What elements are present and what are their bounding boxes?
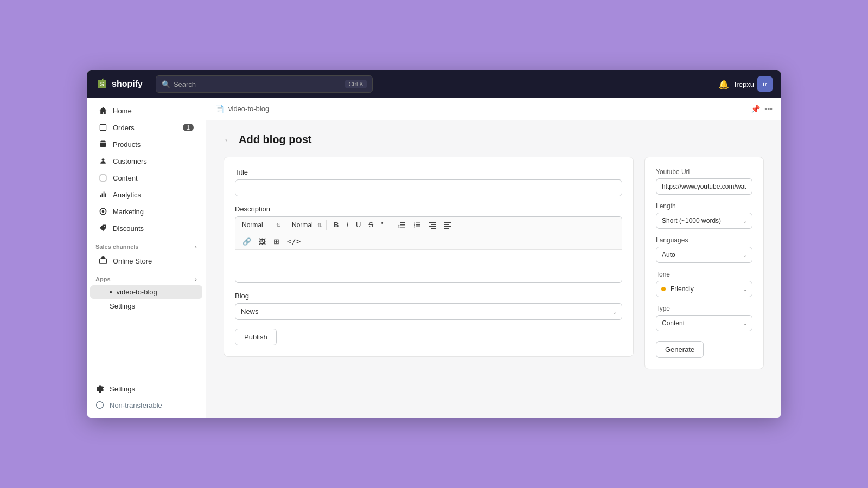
type-label: Type xyxy=(656,305,752,312)
sidebar-item-video-to-blog[interactable]: ▪ video-to-blog xyxy=(90,285,202,299)
sidebar-label-app-settings: Settings xyxy=(110,302,135,310)
title-input[interactable] xyxy=(235,179,622,196)
type-select[interactable]: Content Summary Tutorial xyxy=(656,315,752,331)
sidebar-item-online-store[interactable]: Online Store xyxy=(90,253,202,269)
sidebar: Home Orders 1 Products Customers xyxy=(87,98,206,418)
apps-expand-icon[interactable]: › xyxy=(195,276,197,282)
sidebar-item-orders[interactable]: Orders 1 xyxy=(90,119,202,136)
svg-point-15 xyxy=(414,224,415,226)
breadcrumb-icon: 📄 xyxy=(215,105,224,113)
svg-rect-19 xyxy=(429,222,436,223)
svg-rect-16 xyxy=(416,224,420,226)
tone-select[interactable]: Friendly Professional Casual Formal xyxy=(656,281,752,297)
languages-label: Languages xyxy=(656,236,752,244)
rte-ol-button[interactable]: 1.2.3. xyxy=(395,220,409,230)
more-actions-icon[interactable]: ••• xyxy=(764,105,773,113)
logo[interactable]: S shopify xyxy=(95,78,143,91)
publish-button[interactable]: Publish xyxy=(235,329,277,345)
sidebar-item-marketing[interactable]: Marketing xyxy=(90,203,202,220)
svg-rect-20 xyxy=(431,224,436,225)
rte-underline-button[interactable]: U xyxy=(353,219,363,230)
sidebar-footer: Settings Non-transferable xyxy=(87,376,206,418)
top-navigation: S shopify 🔍 Search Ctrl K 🔔 Irepxu ir xyxy=(87,70,781,98)
apps-section: Apps › xyxy=(87,269,206,285)
username: Irepxu xyxy=(735,80,754,88)
rte-ul-button[interactable] xyxy=(411,220,424,230)
header-actions: 📌 ••• xyxy=(751,105,773,113)
sidebar-footer-nontransferable[interactable]: Non-transferable xyxy=(87,397,206,413)
description-label: Description xyxy=(235,205,622,213)
sidebar-item-content[interactable]: Content xyxy=(90,170,202,186)
languages-select-wrapper: Auto English Spanish French ⌄ xyxy=(656,247,752,263)
sidebar-item-products[interactable]: Products xyxy=(90,136,202,152)
sidebar-label-orders: Orders xyxy=(113,124,135,132)
svg-rect-7 xyxy=(400,222,405,223)
tone-select-wrapper: Friendly Professional Casual Formal ⌄ xyxy=(656,281,752,297)
svg-rect-14 xyxy=(416,222,420,223)
rte-indent-left-button[interactable] xyxy=(426,220,439,230)
youtube-url-label: Youtube Url xyxy=(656,168,752,176)
length-group: Length Short (~1000 words) Medium (~2000… xyxy=(656,202,752,229)
rte-bold-button[interactable]: B xyxy=(331,219,341,230)
svg-rect-24 xyxy=(444,224,449,225)
rte-content-area[interactable] xyxy=(235,250,622,282)
orders-badge: 1 xyxy=(183,124,194,131)
footer-nontransferable-label: Non-transferable xyxy=(110,401,162,409)
content-body: ← Add blog post Title Descript xyxy=(206,120,781,418)
blog-select[interactable]: News Announcements Updates xyxy=(235,303,622,320)
languages-group: Languages Auto English Spanish French ⌄ xyxy=(656,236,752,263)
rte-link-button[interactable]: 🔗 xyxy=(240,236,254,247)
footer-settings-label: Settings xyxy=(110,385,135,393)
rte-quote-button[interactable]: " xyxy=(378,219,386,230)
length-select[interactable]: Short (~1000 words) Medium (~2000 words)… xyxy=(656,213,752,229)
logo-text: shopify xyxy=(112,79,143,89)
sales-channels-expand-icon[interactable]: › xyxy=(195,243,197,250)
sidebar-label-customers: Customers xyxy=(113,157,147,165)
blog-field-group: Blog News Announcements Updates ⌄ xyxy=(235,292,622,320)
sidebar-item-analytics[interactable]: Analytics xyxy=(90,187,202,203)
search-placeholder: Search xyxy=(174,80,196,88)
sidebar-label-analytics: Analytics xyxy=(113,191,141,199)
rte-image-button[interactable]: 🖼 xyxy=(256,236,269,247)
back-button[interactable]: ← xyxy=(224,135,232,145)
page-title: Add blog post xyxy=(239,133,311,146)
title-label: Title xyxy=(235,168,622,176)
two-col-layout: Title Description Normal xyxy=(224,157,764,369)
youtube-url-input[interactable] xyxy=(656,178,752,195)
search-bar[interactable]: 🔍 Search Ctrl K xyxy=(156,75,373,93)
sidebar-item-customers[interactable]: Customers xyxy=(90,153,202,169)
rte-format-select-2[interactable]: Normal Large xyxy=(290,220,322,230)
user-menu[interactable]: Irepxu ir xyxy=(735,76,773,92)
svg-rect-18 xyxy=(416,226,420,227)
breadcrumb-text: video-to-blog xyxy=(228,105,269,113)
notification-bell-icon[interactable]: 🔔 xyxy=(718,79,729,89)
rte-table-button[interactable]: ⊞ xyxy=(271,236,282,247)
rte-toolbar-row2: 🔗 🖼 ⊞ </> xyxy=(235,233,622,250)
svg-rect-23 xyxy=(444,222,451,223)
languages-select[interactable]: Auto English Spanish French xyxy=(656,247,752,263)
svg-rect-26 xyxy=(444,228,449,229)
rte-toolbar-row1: Normal Heading 1 Heading 2 ⇅ xyxy=(235,217,622,233)
rte-italic-button[interactable]: I xyxy=(343,219,351,230)
tone-indicator-icon xyxy=(661,287,666,291)
rte-code-button[interactable]: </> xyxy=(284,235,303,247)
length-label: Length xyxy=(656,202,752,210)
generate-button[interactable]: Generate xyxy=(656,341,704,358)
rte-strike-button[interactable]: S xyxy=(366,219,376,230)
sales-channels-section: Sales channels › xyxy=(87,237,206,252)
pin-icon[interactable]: 📌 xyxy=(751,105,760,113)
sidebar-item-discounts[interactable]: Discounts xyxy=(90,220,202,236)
svg-point-17 xyxy=(414,226,415,227)
main-layout: Home Orders 1 Products Customers xyxy=(87,98,781,418)
sidebar-item-home[interactable]: Home xyxy=(90,102,202,119)
sidebar-item-app-settings[interactable]: Settings xyxy=(90,299,202,313)
content-area: 📄 video-to-blog 📌 ••• ← Add blog post xyxy=(206,98,781,418)
rte-format-select-1[interactable]: Normal Heading 1 Heading 2 xyxy=(240,220,280,230)
tone-label: Tone xyxy=(656,271,752,278)
topnav-right: 🔔 Irepxu ir xyxy=(718,76,773,92)
sidebar-footer-settings[interactable]: Settings xyxy=(87,381,206,397)
search-shortcut: Ctrl K xyxy=(345,80,367,88)
rte-indent-right-button[interactable] xyxy=(441,220,454,230)
svg-rect-21 xyxy=(429,226,436,227)
side-settings-card: Youtube Url Length Short (~1000 words) M… xyxy=(644,157,764,369)
